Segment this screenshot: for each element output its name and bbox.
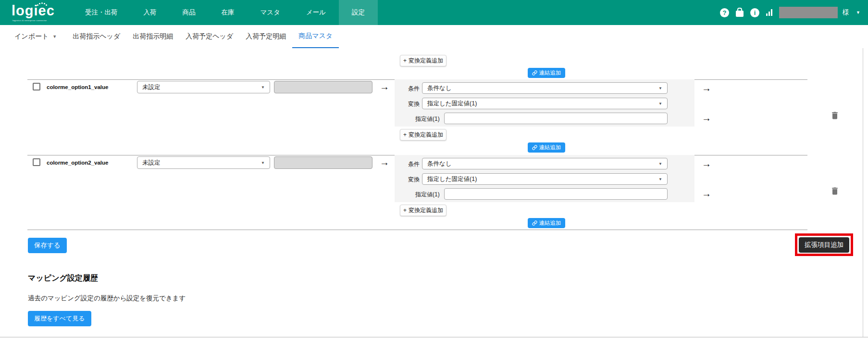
highlight-red-box: 拡張項目追加 [795,233,853,256]
link-icon [532,220,537,226]
page-bottom-divider [0,337,868,337]
transform-label: 変換 [408,176,420,184]
nav-item-inventory[interactable]: 在庫 [209,0,248,25]
logo-tagline: logistics & enterprise connector [12,19,47,22]
add-concat-label: 連結追加 [539,219,561,227]
import-dropdown-label: インポート [14,32,49,41]
tab-receiving-detail[interactable]: 入荷予定明細 [239,25,292,48]
transform-label: 変換 [408,100,420,108]
delete-row-trash-icon[interactable] [830,111,840,120]
mapping-arrow-icon: → [380,157,389,167]
add-concat-label: 連結追加 [539,69,561,77]
add-concat-button[interactable]: 連結追加 [528,142,565,153]
chevron-down-icon: ▼ [261,161,265,165]
nav-item-orders-shipping[interactable]: 受注・出荷 [72,0,131,25]
link-icon [532,70,537,76]
mapping-tabbar: インポート ▼ 出荷指示ヘッダ 出荷指示明細 入荷予定ヘッダ 入荷予定明細 商品… [0,25,868,48]
mapping-row: colorme_option1_value 未設定 ▼ → 条件 条件なし ▼ … [0,80,868,155]
help-icon[interactable]: ? [720,8,729,17]
logiec-logo[interactable]: logiec logistics & enterprise connector [0,0,72,25]
add-transform-label: 変換定義追加 [409,57,443,65]
plus-icon: + [403,207,407,214]
add-transform-label: 変換定義追加 [409,131,443,139]
chevron-down-icon: ▼ [658,162,662,166]
transform-select[interactable]: 指定した固定値(1) ▼ [422,173,668,185]
import-caret-icon: ▼ [52,34,57,39]
fixed-value-input[interactable] [444,188,668,200]
source-field-select[interactable]: 未設定 ▼ [137,156,270,169]
fixed-value-label: 指定値(1) [415,191,440,199]
page: logiec logistics & enterprise connector … [0,0,868,347]
user-menu-caret-icon[interactable]: ▼ [856,10,860,15]
source-value-input [274,81,372,93]
user-name-redacted [779,7,838,18]
condition-select-value: 条件なし [427,160,452,168]
transform-select[interactable]: 指定した固定値(1) ▼ [422,98,668,109]
output-arrow-icon: → [702,159,711,168]
output-arrow-icon: → [702,83,711,93]
add-concat-label: 連結追加 [539,144,561,151]
row-checkbox[interactable] [33,158,40,166]
nav-item-settings[interactable]: 設定 [339,0,378,25]
source-field-select-value: 未設定 [142,83,161,91]
field-name-label: colorme_option2_value [47,160,108,166]
output-arrow-icon: → [702,113,711,123]
user-name-suffix: 様 [843,8,849,17]
mapping-arrow-icon: → [380,82,389,91]
nav-item-mail[interactable]: メール [293,0,339,25]
fixed-value-input[interactable] [444,113,668,124]
add-extended-item-button[interactable]: 拡張項目追加 [799,237,849,253]
logo-text: logiec [12,4,55,18]
condition-select[interactable]: 条件なし ▼ [422,82,668,94]
chevron-down-icon: ▼ [658,86,662,90]
source-field-select-value: 未設定 [142,159,161,167]
fixed-value-label: 指定値(1) [415,115,440,123]
signal-bars-icon[interactable] [766,9,772,16]
output-arrow-icon: → [702,189,711,198]
chevron-down-icon: ▼ [261,85,265,90]
mapping-row: colorme_option2_value 未設定 ▼ → 条件 条件なし ▼ … [0,156,868,231]
condition-select-value: 条件なし [427,84,452,92]
condition-label: 条件 [408,85,420,93]
history-section-title: マッピング設定履歴 [28,273,98,283]
history-section-description: 過去のマッピング設定の履歴から設定を復元できます [28,294,186,303]
tab-shipping-header[interactable]: 出荷指示ヘッダ [66,25,126,48]
info-icon[interactable]: i [750,8,759,17]
nav-item-receiving[interactable]: 入荷 [131,0,170,25]
section-divider [27,230,807,230]
add-concat-button[interactable]: 連結追加 [528,68,565,78]
scrollbar-track[interactable] [863,48,863,337]
header-right: ? i 様 ▼ [720,0,868,25]
save-button[interactable]: 保存する [28,238,67,253]
add-transform-label: 変換定義追加 [409,206,443,215]
row-checkbox[interactable] [33,83,40,90]
tab-shipping-detail[interactable]: 出荷指示明細 [126,25,179,48]
link-icon [532,145,537,150]
transform-select-value: 指定した固定値(1) [427,175,477,183]
nav-item-products[interactable]: 商品 [170,0,209,25]
field-name-label: colorme_option1_value [47,84,108,90]
add-concat-button[interactable]: 連結追加 [528,218,565,228]
chevron-down-icon: ▼ [658,102,662,106]
import-dropdown[interactable]: インポート ▼ [14,25,66,48]
tab-receiving-header[interactable]: 入荷予定ヘッダ [179,25,239,48]
add-transform-definition-button[interactable]: + 変換定義追加 [400,129,446,141]
chevron-down-icon: ▼ [658,177,662,181]
nav-item-master[interactable]: マスタ [248,0,293,25]
condition-select[interactable]: 条件なし ▼ [422,158,668,169]
view-all-history-button[interactable]: 履歴をすべて見る [28,311,91,326]
source-field-select[interactable]: 未設定 ▼ [137,81,270,93]
tab-product-master[interactable]: 商品マスタ [292,25,339,48]
transform-select-value: 指定した固定値(1) [427,100,477,108]
add-transform-definition-button[interactable]: + 変換定義追加 [400,55,446,66]
plus-icon: + [403,131,407,138]
app-header: logiec logistics & enterprise connector … [0,0,868,25]
main-nav: 受注・出荷 入荷 商品 在庫 マスタ メール 設定 [72,0,378,25]
delete-row-trash-icon[interactable] [830,186,840,196]
condition-label: 条件 [408,160,420,168]
add-transform-definition-button[interactable]: + 変換定義追加 [400,205,446,216]
plus-icon: + [403,57,407,64]
bag-icon[interactable] [736,11,744,17]
source-value-input [274,156,372,169]
